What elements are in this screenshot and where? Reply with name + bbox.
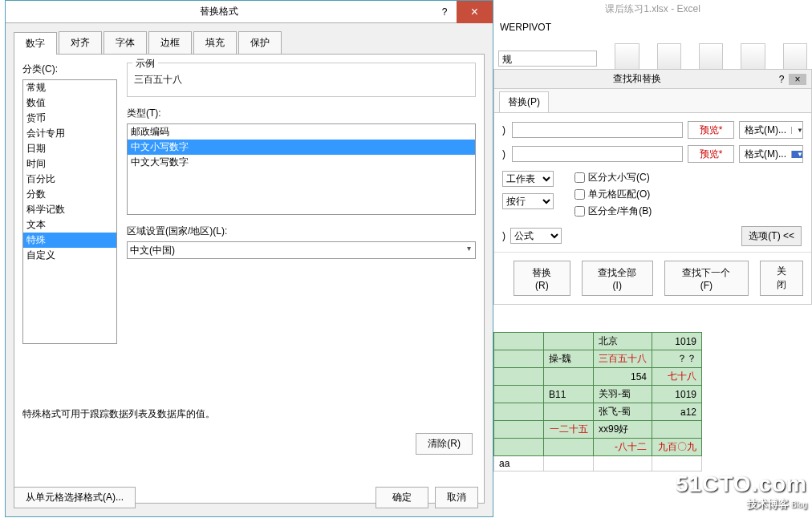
dialog-title: 替换格式 <box>6 5 432 18</box>
tab-font[interactable]: 字体 <box>104 31 147 54</box>
tab-replace[interactable]: 替换(P) <box>499 91 549 112</box>
ok-button[interactable]: 确定 <box>376 487 428 508</box>
type-list[interactable]: 邮政编码 中文小写数字 中文大写数字 <box>127 123 476 215</box>
lookin-select[interactable]: 公式 <box>510 228 562 244</box>
sample-label: 示例 <box>132 57 158 71</box>
category-list[interactable]: 常规 数值 货币 会计专用 日期 时间 百分比 分数 科学记数 文本 特殊 自定… <box>22 79 117 344</box>
cat-percentage[interactable]: 百分比 <box>23 172 116 187</box>
cancel-button[interactable]: 取消 <box>435 487 478 508</box>
locale-label: 区域设置(国家/地区)(L): <box>127 225 476 238</box>
type-chinese-lower[interactable]: 中文小写数字 <box>128 140 475 155</box>
lookin-label: ) <box>502 230 505 241</box>
clear-button[interactable]: 清除(R) <box>416 433 473 455</box>
fr-close-icon[interactable]: × <box>789 74 806 85</box>
find-preview[interactable]: 预览* <box>688 121 734 139</box>
find-next-button[interactable]: 查找下一个(F) <box>664 261 749 296</box>
category-label: 分类(C): <box>22 63 117 76</box>
format-dialog: 替换格式 ? × 数字 对齐 字体 边框 填充 保护 分类(C): 常规 数值 … <box>5 0 493 517</box>
replace-format-button[interactable]: 格式(M)...▼ <box>739 145 803 163</box>
sample-box: 示例 三百五十八 <box>127 63 476 97</box>
cat-date[interactable]: 日期 <box>23 141 116 156</box>
tab-fill[interactable]: 填充 <box>193 31 237 54</box>
search-select[interactable]: 按行 <box>502 193 554 209</box>
find-input[interactable] <box>512 122 683 138</box>
worksheet[interactable]: 北京1019 操-魏三百五十八？？ 154七十八 B11关羽-蜀1019 张飞-… <box>493 332 702 471</box>
cat-scientific[interactable]: 科学记数 <box>23 202 116 217</box>
watermark: 51CTO.com 技术博客 Blog <box>676 471 807 512</box>
style-combo[interactable]: 规 <box>498 51 597 67</box>
close-icon[interactable]: × <box>457 1 493 23</box>
fr-help-icon[interactable]: ? <box>774 74 789 85</box>
within-select[interactable]: 工作表 <box>502 171 554 187</box>
cat-fraction[interactable]: 分数 <box>23 187 116 202</box>
tab-alignment[interactable]: 对齐 <box>59 31 102 54</box>
type-chinese-upper[interactable]: 中文大写数字 <box>128 155 475 170</box>
locale-select[interactable]: 中文(中国) <box>127 241 476 259</box>
find-replace-panel: 查找和替换 ? × 替换(P) ) 预览* 格式(M)...▼ ) 预览* 格式… <box>493 69 812 305</box>
fr-title: 查找和替换 <box>499 72 774 86</box>
find-label: ) <box>502 124 507 136</box>
find-all-button[interactable]: 查找全部(I) <box>582 261 653 296</box>
close-button[interactable]: 关闭 <box>760 261 803 296</box>
tab-border[interactable]: 边框 <box>148 31 192 54</box>
chk-width[interactable]: 区分全/半角(B) <box>574 204 652 218</box>
format-tabs: 数字 对齐 字体 边框 填充 保护 <box>14 31 485 55</box>
type-zip[interactable]: 邮政编码 <box>128 124 475 140</box>
replace-input[interactable] <box>512 146 683 162</box>
help-icon[interactable]: ? <box>432 6 457 18</box>
cat-time[interactable]: 时间 <box>23 156 116 172</box>
excel-title: 课后练习1.xlsx - Excel <box>493 0 812 18</box>
find-format-button[interactable]: 格式(M)...▼ <box>739 121 803 139</box>
cat-currency[interactable]: 货币 <box>23 111 116 126</box>
tab-number[interactable]: 数字 <box>14 32 57 55</box>
type-label: 类型(T): <box>127 107 476 120</box>
ribbon-tab[interactable]: WERPIVOT <box>493 18 812 36</box>
chk-whole-cell[interactable]: 单元格匹配(O) <box>574 188 652 201</box>
tab-protection[interactable]: 保护 <box>238 31 282 54</box>
from-cell-button[interactable]: 从单元格选择格式(A)... <box>14 487 136 508</box>
cat-special[interactable]: 特殊 <box>23 233 116 248</box>
cat-number[interactable]: 数值 <box>23 95 116 111</box>
replace-preview[interactable]: 预览* <box>688 145 734 163</box>
cat-accounting[interactable]: 会计专用 <box>23 126 116 141</box>
cat-text[interactable]: 文本 <box>23 217 116 233</box>
sample-value: 三百五十八 <box>134 74 182 85</box>
replace-button[interactable]: 替换(R) <box>514 261 570 296</box>
format-note: 特殊格式可用于跟踪数据列表及数据库的值。 <box>22 407 215 421</box>
cat-custom[interactable]: 自定义 <box>23 248 116 263</box>
replace-label: ) <box>502 148 507 160</box>
chk-case[interactable]: 区分大小写(C) <box>574 171 652 184</box>
cat-general[interactable]: 常规 <box>23 80 116 95</box>
options-button[interactable]: 选项(T) << <box>741 226 802 246</box>
